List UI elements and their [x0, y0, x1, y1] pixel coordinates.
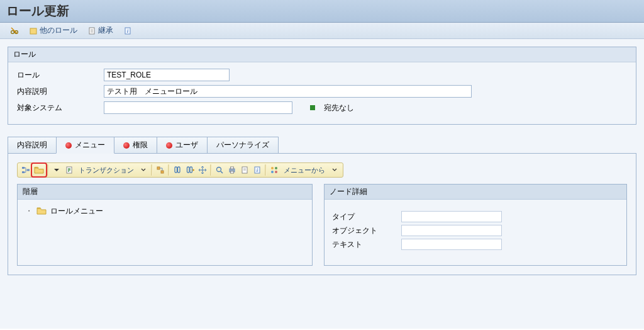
svg-rect-15: [190, 167, 192, 173]
svg-point-23: [271, 167, 274, 169]
other-role-button[interactable]: 他のロール: [25, 24, 81, 37]
detail-text-value: [401, 239, 502, 250]
svg-rect-11: [161, 171, 164, 173]
from-menu-icon-button[interactable]: [268, 164, 280, 176]
transaction-dropdown-button[interactable]: [137, 164, 150, 176]
status-dot-icon: [65, 142, 72, 149]
role-input[interactable]: [104, 69, 230, 81]
detail-object-label: オブジェクト: [332, 225, 401, 236]
report-button[interactable]: [63, 164, 75, 176]
glasses-pencil-icon: [10, 26, 19, 35]
svg-point-0: [11, 30, 14, 33]
tab-label: 内容説明: [17, 140, 47, 151]
tab-personalize[interactable]: パーソナライズ: [207, 137, 279, 153]
target-status-text: 宛先なし: [324, 103, 354, 113]
detail-type-row: タイプ: [332, 211, 619, 222]
dropdown-arrow-button[interactable]: [50, 164, 63, 176]
svg-point-16: [217, 168, 221, 172]
toolbar-separator: [47, 164, 49, 176]
node-detail-body: タイプ オブジェクト テキスト: [325, 200, 626, 258]
svg-point-24: [275, 167, 277, 169]
svg-rect-7: [22, 171, 25, 173]
transaction-button[interactable]: トランザクション: [75, 164, 137, 176]
from-menu-button[interactable]: メニューから: [280, 164, 328, 176]
node-detail-panel: ノード詳細 タイプ オブジェクト テキスト: [324, 184, 627, 266]
svg-rect-2: [30, 28, 36, 34]
detail-text-label: テキスト: [332, 239, 401, 250]
expand-button[interactable]: [213, 164, 226, 176]
svg-point-26: [275, 171, 277, 173]
toolbar-separator: [151, 164, 153, 176]
create-folder-button[interactable]: [32, 164, 46, 176]
transaction-label: トランザクション: [79, 166, 134, 175]
page-title: ロール更新: [6, 3, 638, 20]
target-input[interactable]: [104, 101, 292, 114]
detail-type-label: タイプ: [332, 212, 401, 222]
role-group-title: ロール: [8, 47, 636, 62]
tabbed-area: 内容説明 メニュー 権限 ユーザ パーソナライズ: [8, 136, 636, 275]
from-menu-dropdown-button[interactable]: [328, 164, 341, 176]
menu-toolbar: トランザクション: [17, 162, 343, 178]
role-label: ロール: [17, 70, 99, 81]
detail-text-row: テキスト: [332, 239, 619, 250]
tab-strip: 内容説明 メニュー 権限 ユーザ パーソナライズ: [8, 136, 636, 154]
doc-button[interactable]: [238, 164, 251, 176]
role-group: ロール ロール 内容説明 対象システム 宛先なし: [8, 47, 636, 125]
document-icon: [87, 26, 96, 35]
tab-label: メニュー: [75, 140, 105, 151]
detail-object-value: [401, 225, 502, 236]
tab-label: ユーザ: [175, 140, 198, 151]
toolbar-separator: [168, 164, 170, 176]
tab-user[interactable]: ユーザ: [157, 137, 208, 153]
from-menu-label: メニューから: [284, 166, 325, 175]
inherit-button[interactable]: 継承: [84, 24, 117, 37]
tab-authorization[interactable]: 権限: [114, 137, 157, 153]
svg-rect-8: [27, 169, 30, 171]
desc-input[interactable]: [104, 85, 472, 98]
inherit-label: 継承: [98, 25, 113, 36]
print-button[interactable]: [226, 164, 238, 176]
app-toolbar: 他のロール 継承 i: [0, 23, 644, 39]
status-indicator-icon: [310, 105, 315, 110]
detail-object-row: オブジェクト: [332, 225, 619, 236]
svg-rect-19: [231, 171, 234, 173]
desc-label: 内容説明: [17, 86, 99, 97]
hierarchy-view-button[interactable]: [19, 164, 32, 176]
info-button-2[interactable]: i: [251, 164, 264, 176]
svg-rect-12: [175, 167, 177, 173]
tab-description[interactable]: 内容説明: [8, 137, 57, 153]
other-role-label: 他のロール: [40, 25, 77, 36]
status-dot-icon: [166, 142, 172, 149]
tab-menu-panel: トランザクション: [8, 154, 636, 275]
find-next-button[interactable]: [184, 164, 196, 176]
detail-type-value: [401, 211, 502, 222]
distribute-button[interactable]: [154, 164, 167, 176]
node-detail-title: ノード詳細: [325, 185, 626, 200]
hierarchy-title: 階層: [18, 185, 312, 200]
title-bar: ロール更新: [0, 0, 644, 23]
hierarchy-panel: 階層 ・ ロールメニュー: [17, 184, 313, 266]
tree-root-row[interactable]: ・ ロールメニュー: [25, 205, 304, 218]
svg-rect-14: [187, 167, 190, 173]
toggle-display-button[interactable]: [6, 25, 23, 37]
move-button[interactable]: [196, 164, 209, 176]
hierarchy-body: ・ ロールメニュー: [18, 200, 312, 223]
info-button[interactable]: i: [119, 25, 136, 37]
role-group-body: ロール 内容説明 対象システム 宛先なし: [8, 62, 636, 124]
tree-bullet-icon: ・: [25, 206, 33, 217]
svg-rect-18: [231, 167, 234, 169]
status-dot-icon: [123, 142, 130, 149]
find-button[interactable]: [171, 164, 184, 176]
tab-menu[interactable]: メニュー: [56, 137, 114, 154]
panels-row: 階層 ・ ロールメニュー ノード詳細: [17, 184, 627, 266]
info-icon: i: [123, 26, 132, 35]
folder-icon: [36, 207, 47, 217]
target-label: 対象システム: [17, 103, 99, 113]
toolbar-separator: [265, 164, 267, 176]
svg-rect-10: [157, 167, 160, 169]
svg-point-25: [271, 171, 274, 173]
role-icon: [29, 26, 38, 35]
tab-label: パーソナライズ: [216, 140, 269, 151]
role-field-row: ロール: [17, 69, 627, 81]
toolbar-separator: [210, 164, 212, 176]
